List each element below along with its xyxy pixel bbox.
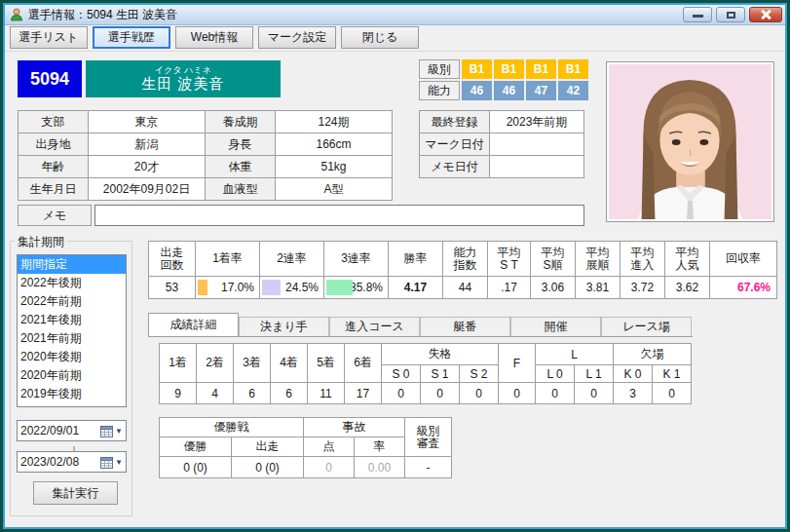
toolbar-button-web-info[interactable]: Web情報 (175, 26, 253, 49)
dropdown-arrow-icon[interactable]: ▼ (115, 458, 123, 467)
toolbar-button-player-list[interactable]: 選手リスト (10, 26, 88, 49)
summary-subheader: 率 (355, 437, 405, 457)
ability-value: 46 (494, 81, 524, 100)
results-subheader: K 0 (614, 365, 653, 383)
recovery-rate-value: 67.6% (710, 277, 777, 299)
minimize-icon (693, 15, 703, 18)
results-header-late: L (536, 344, 614, 365)
class-value: B1 (494, 59, 524, 79)
stats-value: 44 (443, 277, 488, 299)
maximize-icon (727, 12, 735, 19)
results-value: 17 (345, 383, 382, 404)
third-rate-bar (326, 280, 353, 295)
maximize-button[interactable] (716, 7, 745, 22)
ability-value: 46 (462, 81, 492, 100)
results-value: 0 (499, 383, 536, 404)
summary-subheader: 優勝 (160, 437, 232, 457)
tab-meeting[interactable]: 開催 (510, 317, 601, 336)
date-from-picker[interactable]: 2022/09/01 ▼ (17, 420, 127, 441)
ability-value: 47 (526, 81, 556, 100)
titlebar[interactable]: 選手情報：5094 生田 波美音 (5, 5, 785, 25)
person-icon (10, 8, 23, 21)
summary-table: 優勝戦 事故 級別 審査 優勝 出走 点 率 0 (0) 0 (0) 0 0.0… (159, 417, 452, 478)
results-value: 11 (308, 383, 345, 404)
period-list-item[interactable]: 2022年後期 (18, 274, 126, 292)
minimize-button[interactable] (683, 7, 712, 22)
stats-header: 勝率 (389, 242, 443, 277)
results-value: 0 (460, 383, 499, 404)
period-listbox[interactable]: 期間指定 2022年後期 2022年前期 2021年後期 2021年前期 202… (17, 254, 127, 407)
tabstrip: 成績詳細 決まり手 進入コース 艇番 開催 レース場 (148, 314, 693, 337)
close-button[interactable] (749, 7, 782, 22)
toolbar-button-close-window[interactable]: 閉じる (341, 26, 419, 49)
results-header: 4着 (271, 344, 308, 383)
tab-entry-course[interactable]: 進入コース (329, 317, 420, 336)
period-groupbox: 集計期間 期間指定 2022年後期 2022年前期 2021年後期 2021年前… (10, 241, 132, 516)
results-value: 0 (653, 383, 692, 404)
period-list-item[interactable]: 期間指定 (18, 255, 126, 274)
period-list-item[interactable]: 2019年後期 (18, 385, 126, 403)
dropdown-arrow-icon[interactable]: ▼ (115, 427, 123, 436)
tab-winning-move[interactable]: 決まり手 (239, 317, 329, 336)
period-list-item[interactable]: 2020年前期 (18, 366, 126, 385)
stats-header: 回収率 (710, 242, 777, 277)
portrait-image (609, 64, 771, 219)
date-to-picker[interactable]: 2023/02/08 ▼ (17, 451, 127, 473)
results-value: 6 (234, 383, 271, 404)
results-header-absent: 欠場 (614, 344, 692, 365)
profile-value: 新潟 (89, 133, 206, 156)
stats-header: 2連率 (260, 242, 324, 277)
stats-value: 35.8% (324, 277, 389, 299)
first-rate-bar (198, 280, 207, 295)
results-value: 0 (536, 383, 575, 404)
stats-header: 平均 進入 (621, 242, 665, 277)
class-value: B1 (558, 59, 588, 79)
registration-label: 最終登録 (420, 111, 490, 133)
tab-race-stadium[interactable]: レース場 (601, 317, 692, 336)
profile-label: 身長 (206, 133, 276, 156)
class-value: B1 (526, 59, 556, 79)
summary-header-final: 優勝戦 (160, 418, 304, 437)
player-name-box: イクタ ハミネ 生田 波美音 (86, 60, 281, 97)
period-list-item[interactable]: 2022年前期 (18, 292, 126, 311)
stats-header: 3連率 (324, 242, 389, 277)
memo-field[interactable] (94, 205, 584, 226)
results-value: 9 (160, 383, 197, 404)
ability-label: 能力 (419, 81, 460, 100)
profile-value: 124期 (276, 111, 393, 133)
results-subheader: K 1 (653, 365, 692, 383)
period-list-item[interactable]: 2020年後期 (18, 348, 126, 366)
toolbar: 選手リスト 選手戦歴 Web情報 マーク設定 閉じる (5, 25, 785, 52)
tab-boat-number[interactable]: 艇番 (420, 317, 510, 336)
profile-value: 20才 (89, 156, 206, 178)
stats-table: 出走 回数 1着率 2連率 3連率 勝率 能力 指数 平均 S T 平均 S順 … (148, 241, 777, 299)
run-aggregation-button[interactable]: 集計実行 (33, 481, 118, 505)
stats-header: 出走 回数 (149, 242, 196, 277)
results-subheader: L 1 (575, 365, 614, 383)
class-value: B1 (462, 59, 492, 79)
profile-value: 2002年09月02日 (89, 178, 206, 201)
results-header: 6着 (345, 344, 382, 383)
stats-value: 3.06 (531, 277, 576, 299)
date-from-value: 2022/09/01 (20, 424, 100, 437)
profile-table: 支部 東京 養成期 124期 出身地 新潟 身長 166cm 年齢 20才 体重… (18, 110, 393, 201)
summary-header-accident: 事故 (304, 418, 405, 437)
results-header: 3着 (234, 344, 271, 383)
period-list-item[interactable]: 2021年後期 (18, 311, 126, 329)
toolbar-button-player-record[interactable]: 選手戦歴 (93, 26, 170, 49)
ability-value: 42 (558, 81, 588, 100)
period-group-label: 集計期間 (15, 234, 67, 250)
profile-label: 年齢 (19, 156, 89, 178)
second-rate-bar (262, 280, 281, 295)
tab-results-detail[interactable]: 成績詳細 (148, 313, 239, 336)
summary-value: 0 (304, 457, 355, 478)
class-label: 級別 (419, 59, 460, 79)
profile-value: 51kg (276, 156, 393, 178)
profile-value: 166cm (276, 133, 393, 156)
stats-header: 平均 展順 (576, 242, 621, 277)
toolbar-button-mark-settings[interactable]: マーク設定 (258, 26, 336, 49)
summary-subheader: 出走 (232, 437, 304, 457)
period-list-item[interactable]: 2021年前期 (18, 329, 126, 348)
results-value: 0 (575, 383, 614, 404)
player-name: 生田 波美音 (141, 76, 224, 93)
